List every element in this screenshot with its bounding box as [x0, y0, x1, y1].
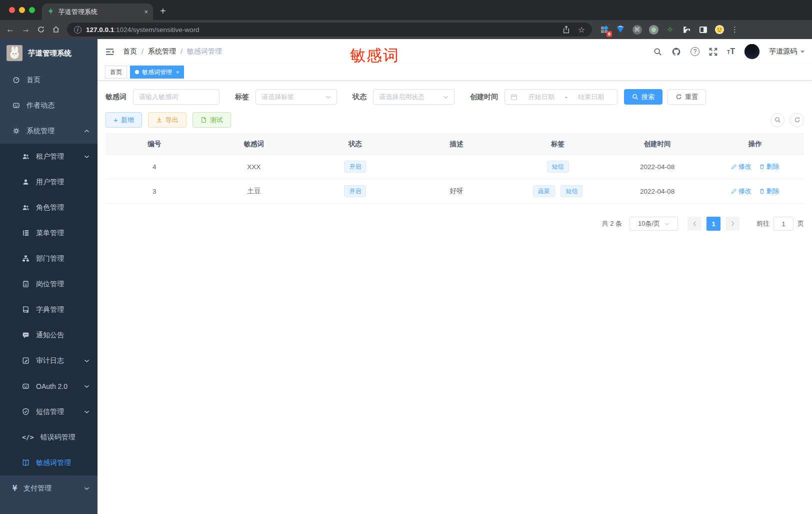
status-select[interactable]: 请选择启用状态 — [373, 89, 454, 105]
home-icon[interactable] — [52, 26, 60, 34]
sidebar-item-menu[interactable]: 菜单管理 — [0, 220, 98, 246]
tag-sensitive-word[interactable]: 敏感词管理 × — [130, 66, 184, 79]
extensions-area: 9 ⌘ ✧ ⋮ — [599, 25, 738, 35]
table-refresh-button[interactable] — [790, 113, 804, 127]
page-info-icon[interactable]: i — [74, 26, 82, 34]
tag-badge: 短信 — [560, 185, 582, 197]
plus-icon: + — [114, 116, 118, 124]
test-button[interactable]: 测试 — [192, 112, 231, 128]
table-search-toggle-button[interactable] — [770, 113, 784, 127]
extension-star-icon[interactable]: ✧ — [665, 25, 675, 35]
back-icon[interactable]: ← — [6, 25, 14, 35]
sidebar-item-label: 短信管理 — [36, 407, 64, 416]
goto-page-input[interactable] — [774, 217, 794, 231]
sidebar-item-sms[interactable]: 短信管理 — [0, 399, 98, 424]
cell-tags: 短信 — [507, 155, 608, 179]
new-tab-button[interactable]: + — [160, 6, 166, 16]
extension-record-icon[interactable] — [648, 25, 658, 35]
github-icon[interactable] — [672, 47, 681, 57]
side-panel-icon[interactable] — [698, 25, 708, 35]
sidebar-item-oauth[interactable]: OAuth 2.0 — [0, 373, 98, 399]
prev-page-button[interactable] — [688, 217, 702, 231]
reload-icon[interactable] — [37, 26, 45, 34]
address-bar[interactable]: i 127.0.0.1:1024/system/sensitive-word ☆ — [67, 23, 592, 37]
col-tags: 标签 — [507, 134, 608, 155]
status-badge: 开启 — [344, 161, 366, 173]
date-end-placeholder: 结束日期 — [571, 93, 612, 102]
page-size-select[interactable]: 10条/页 — [630, 217, 678, 231]
date-range-picker[interactable]: 开始日期 - 结束日期 — [504, 89, 618, 105]
collapse-sidebar-icon[interactable] — [105, 48, 114, 56]
maximize-window-button[interactable] — [29, 7, 35, 13]
date-label: 创建时间 — [470, 93, 498, 102]
minimize-window-button[interactable] — [19, 7, 25, 13]
breadcrumb-system[interactable]: 系统管理 — [148, 47, 176, 56]
close-tag-icon[interactable]: × — [176, 69, 179, 75]
extension-command-icon[interactable]: ⌘ — [632, 25, 642, 35]
user-avatar[interactable] — [744, 44, 760, 59]
refresh-icon — [676, 94, 682, 100]
browser-chrome: 芋道管理系统 × + ← → i 127.0.0.1:1024/system/s… — [0, 0, 812, 39]
extensions-puzzle-icon[interactable] — [682, 25, 692, 35]
sidebar-item-dict[interactable]: 字典管理 — [0, 297, 98, 322]
sidebar-item-notice[interactable]: 通知公告 — [0, 322, 98, 348]
search-button[interactable]: 搜索 — [624, 89, 662, 105]
edit-link[interactable]: 修改 — [731, 187, 752, 196]
speech-bubble-icon — [22, 331, 30, 339]
sidebar-item-sensitive-word[interactable]: 敏感词管理 — [0, 450, 98, 475]
org-chart-icon — [22, 255, 30, 262]
chevron-down-icon — [84, 410, 90, 414]
col-desc: 描述 — [406, 134, 508, 155]
calendar-icon — [510, 94, 518, 101]
breadcrumb-home[interactable]: 首页 — [123, 47, 137, 56]
reset-button[interactable]: 重置 — [668, 89, 706, 105]
table-row[interactable]: 3 土豆 开启 好呀 蔬菜 短信 2022-04-08 修改 — [106, 179, 804, 204]
url-path: :1024/system/sensitive-word — [114, 26, 199, 34]
sidebar-item-payment[interactable]: ¥ 支付管理 — [0, 475, 98, 501]
tag-home[interactable]: 首页 — [105, 66, 127, 79]
sidebar-item-author-news[interactable]: 作者动态 — [0, 93, 98, 118]
user-menu[interactable]: 芋道源码 — [769, 47, 804, 56]
export-button[interactable]: 导出 — [148, 112, 186, 128]
sidebar-item-home[interactable]: 首页 — [0, 67, 98, 93]
total-count: 共 2 条 — [602, 219, 622, 228]
extension-grid-icon[interactable]: 9 — [599, 25, 609, 35]
edit-link[interactable]: 修改 — [731, 162, 752, 171]
sidebar-item-dept[interactable]: 部门管理 — [0, 246, 98, 271]
search-icon[interactable] — [654, 48, 662, 56]
sidebar-item-tenant[interactable]: 租户管理 — [0, 144, 98, 169]
page-number-button[interactable]: 1 — [706, 217, 720, 231]
tag-select[interactable]: 请选择标签 — [256, 89, 337, 105]
sidebar-item-system[interactable]: 系统管理 — [0, 118, 98, 144]
table-row[interactable]: 4 XXX 开启 短信 2022-04-08 修改 — [106, 155, 804, 179]
share-icon[interactable] — [562, 26, 570, 34]
delete-link[interactable]: 删除 — [759, 162, 780, 171]
sidebar-item-post[interactable]: 岗位管理 — [0, 271, 98, 297]
browser-tab[interactable]: 芋道管理系统 × — [42, 4, 153, 20]
font-size-icon[interactable]: TT — [727, 47, 735, 56]
sidebar-item-error-code[interactable]: </> 错误码管理 — [0, 424, 98, 450]
sidebar-item-audit-log[interactable]: 审计日志 — [0, 348, 98, 373]
bookmark-star-icon[interactable]: ☆ — [578, 25, 585, 35]
badge-icon — [22, 280, 30, 288]
extension-gem-icon[interactable] — [616, 25, 626, 35]
tab-close-icon[interactable]: × — [144, 8, 148, 16]
next-page-button[interactable] — [726, 217, 740, 231]
window-controls[interactable] — [9, 7, 35, 13]
table-header-row: 编号 敏感词 状态 描述 标签 创建时间 操作 — [106, 134, 804, 155]
robot-chat-icon — [12, 102, 20, 109]
browser-menu-icon[interactable]: ⋮ — [731, 25, 738, 34]
add-button[interactable]: + 新增 — [106, 112, 142, 128]
keyword-input[interactable] — [139, 93, 214, 101]
forward-icon[interactable]: → — [22, 25, 30, 35]
sidebar-logo[interactable]: 芋道管理系统 — [0, 39, 98, 67]
sensitive-word-table: 编号 敏感词 状态 描述 标签 创建时间 操作 4 XXX 开启 — [106, 134, 804, 204]
profile-avatar-icon[interactable] — [714, 25, 724, 35]
help-icon[interactable]: ? — [690, 47, 700, 56]
sidebar-item-label: 角色管理 — [36, 203, 64, 212]
sidebar-item-role[interactable]: 角色管理 — [0, 195, 98, 220]
close-window-button[interactable] — [9, 7, 15, 13]
fullscreen-icon[interactable] — [709, 48, 718, 56]
delete-link[interactable]: 删除 — [759, 187, 780, 196]
sidebar-item-user[interactable]: 用户管理 — [0, 169, 98, 195]
